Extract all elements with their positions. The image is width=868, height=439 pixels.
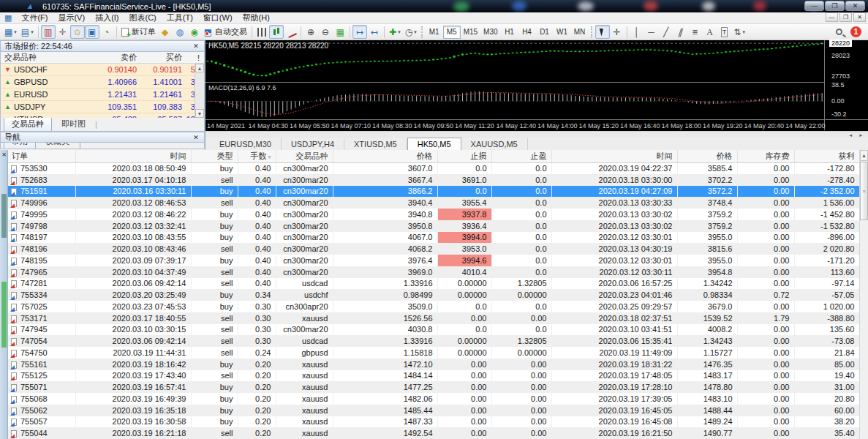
chart-mdi-icon[interactable]: ▦ (4, 13, 12, 23)
market-watch-row-usdjpy[interactable]: ▲USDJPY109.351109.38332 (1, 101, 204, 113)
order-row-755057[interactable]: 7550572020.03.19 16:30:58buy0.20xauusd14… (8, 416, 859, 428)
mdi-close-button[interactable]: ✕ (853, 12, 866, 22)
market-watch-row-xtiusd[interactable]: ▲XTIUSD65.43865.567129 (1, 113, 204, 118)
orders-column-header-10[interactable]: 价格 (677, 150, 737, 162)
equidistant-channel-button[interactable]: ∥ (673, 25, 688, 39)
timeframe-h1-button[interactable]: H1 (501, 26, 518, 39)
timeframe-d1-button[interactable]: D1 (536, 26, 554, 39)
order-row-747945[interactable]: 7479452020.03.10 03:30:15sell0.30cn300ma… (8, 324, 859, 336)
order-row-757025[interactable]: 7570252020.03.23 07:45:53buy0.30cn300apr… (8, 301, 859, 312)
orders-column-header-8[interactable]: 止盈 (491, 150, 551, 162)
periods-dropdown-icon[interactable]: ▾ (414, 29, 417, 35)
profiles-button[interactable]: ▤▾ (19, 25, 36, 39)
order-row-747965[interactable]: 7479652020.03.10 04:37:49sell0.40cn300ma… (8, 266, 859, 278)
market-watch-row-usdchf[interactable]: ▼USDCHF0.901400.9019151 (1, 64, 204, 76)
mw-column-header-1[interactable]: 交易品种 (1, 52, 80, 63)
orders-column-header-1[interactable]: 订单 (8, 150, 75, 162)
menu-item-5[interactable]: 工具(T) (162, 12, 198, 24)
scroll-up-icon[interactable]: ▲ (860, 150, 868, 161)
order-row-748197[interactable]: 7481972020.03.10 08:43:55buy0.40cn300mar… (8, 232, 859, 244)
title-bar[interactable]: ▲ 610735: SAFFinancialService-Live - [HK… (0, 0, 868, 12)
menu-item-7[interactable]: 帮助(H) (238, 12, 275, 24)
timeframe-m5-button[interactable]: M5 (443, 26, 461, 39)
strategy-tester-button[interactable]: ◔ (99, 25, 114, 39)
timeframe-mn-button[interactable]: MN (571, 26, 589, 39)
new-chart-dropdown-icon[interactable]: ▾ (14, 29, 17, 35)
vertical-line-button[interactable]: │ (630, 25, 644, 39)
horizontal-line-button[interactable]: ─ (644, 25, 659, 39)
crosshair-button[interactable]: ✛ (610, 25, 624, 39)
candle-chart-button[interactable] (269, 25, 284, 39)
indicators-button[interactable]: ✚▾ (387, 25, 403, 39)
order-row-752683[interactable]: 7526832020.03.17 04:10:18sell0.40cn300ma… (8, 174, 859, 186)
navigator-close-icon[interactable]: ✕ (192, 134, 200, 141)
orders-column-header-9[interactable]: 时间 (551, 150, 677, 162)
order-row-755161[interactable]: 7551612020.03.19 18:16:42buy0.20xauusd14… (8, 359, 859, 370)
order-row-747054[interactable]: 7470542020.03.06 09:42:14sell0.30usdcad1… (8, 335, 859, 347)
bar-chart-button[interactable] (254, 25, 269, 39)
text-button[interactable]: A (703, 25, 717, 39)
order-row-755125[interactable]: 7551252020.03.19 17:43:40sell0.20xauusd1… (8, 370, 859, 382)
chart-tab-eurusd-m30[interactable]: EURUSD,M30 (210, 138, 282, 150)
chart-area[interactable]: HK50,M5 28215 28220 28213 28220 MACD(12,… (205, 40, 868, 150)
market-watch-row-eurusd[interactable]: ▲EURUSD1.214311.2146130 (1, 89, 204, 101)
chart-tab-xauusd-m5[interactable]: XAUUSD,M5 (461, 138, 528, 150)
order-row-755071[interactable]: 7550712020.03.19 16:57:41buy0.20xauusd14… (8, 381, 859, 393)
data-window-button[interactable]: ✛ (56, 25, 70, 39)
mw-column-header-2[interactable]: 卖价 (80, 52, 137, 63)
terminal-close-icon[interactable]: ✕ (0, 151, 8, 160)
order-row-755334[interactable]: 7553342020.03.20 03:25:49buy0.34usdchf0.… (8, 289, 859, 301)
market-watch-toggle-button[interactable]: ▥ (41, 25, 56, 39)
orders-column-header-3[interactable]: 类型 (191, 150, 238, 162)
autotrading-button[interactable]: ⬒自动交易 (202, 25, 249, 39)
zoom-in-button[interactable]: ⊕ (303, 25, 318, 39)
cursor-button[interactable] (595, 25, 610, 39)
order-row-748195[interactable]: 7481952020.03.09 07:39:17buy0.40cn300mar… (8, 255, 859, 266)
market-watch-tab-1[interactable]: 交易品种 (4, 118, 52, 131)
market-watch-close-icon[interactable]: ✕ (192, 42, 200, 50)
timeframe-m30-button[interactable]: M30 (480, 26, 500, 39)
chart-tab-hk50-m5[interactable]: HK50,M5 (407, 138, 461, 150)
maximize-button[interactable]: ❐ (825, 1, 845, 11)
scroll-up-icon[interactable]: ▲ (195, 64, 204, 72)
order-row-755068[interactable]: 7550682020.03.19 16:49:39buy0.20xauusd14… (8, 393, 859, 405)
orders-column-header-11[interactable]: 库存费 (737, 150, 794, 162)
orders-scrollbar[interactable]: ▲ ≡ (859, 150, 868, 439)
menu-item-3[interactable]: 插入(I) (90, 12, 124, 24)
mdi-restore-button[interactable]: ❐ (839, 12, 852, 22)
menu-item-4[interactable]: 图表(C) (124, 12, 162, 24)
terminal-toggle-button[interactable]: ▣ (85, 25, 99, 39)
fibonacci-button[interactable]: ≣ (688, 25, 703, 39)
order-row-753171[interactable]: 7531712020.03.17 18:40:55sell0.30xauusd1… (8, 312, 859, 324)
navigator-toggle-button[interactable]: ✩ (70, 25, 85, 39)
metaeditor-button[interactable]: ◆ (158, 25, 173, 39)
periods-button[interactable]: ◷▾ (403, 25, 419, 39)
arrows-button[interactable]: ⇅▾ (732, 25, 748, 39)
chart-hscrollbar[interactable]: ◂ ▸ (205, 131, 868, 138)
scroll-down-icon[interactable]: ▼ (195, 109, 204, 118)
mw-column-header-4[interactable]: ! (182, 53, 201, 62)
mw-column-header-3[interactable]: 买价 (137, 52, 182, 63)
chart-shift-button[interactable]: ↤ (367, 25, 382, 39)
order-row-755044[interactable]: 7550442020.03.19 16:21:18sell0.20xauusd1… (8, 427, 859, 439)
signals-button[interactable]: ◉ (187, 25, 202, 39)
timeframe-m15-button[interactable]: M15 (461, 26, 480, 39)
mdi-minimize-button[interactable]: — (826, 12, 838, 22)
order-row-747281[interactable]: 7472812020.03.06 09:42:14sell0.40usdcad1… (8, 278, 859, 290)
orders-column-header-7[interactable]: 止损 (437, 150, 491, 162)
line-chart-button[interactable] (284, 25, 298, 39)
text-label-button[interactable]: T (717, 25, 732, 39)
scrollbar-thumb[interactable]: ≡ (860, 162, 868, 220)
order-row-748196[interactable]: 7481962020.03.10 08:43:46sell0.40cn300ma… (8, 243, 859, 255)
indicators-dropdown-icon[interactable]: ▾ (398, 29, 401, 35)
minimize-button[interactable]: — (804, 1, 824, 11)
menu-item-6[interactable]: 窗口(W) (198, 12, 238, 24)
order-row-754750[interactable]: 7547502020.03.19 11:44:31sell0.24gbpusd1… (8, 347, 859, 359)
market-watch-scrollbar[interactable]: ▲ ▼ (195, 64, 204, 118)
navigator-tab-1[interactable]: 常用 (4, 143, 36, 149)
arrows-dropdown-icon[interactable]: ▾ (743, 29, 746, 35)
menu-item-1[interactable]: 文件(F) (16, 12, 53, 24)
zoom-out-button[interactable]: ⊖ (318, 25, 333, 39)
close-button[interactable]: ✕ (845, 1, 865, 11)
trendline-button[interactable]: ╱ (659, 25, 673, 39)
